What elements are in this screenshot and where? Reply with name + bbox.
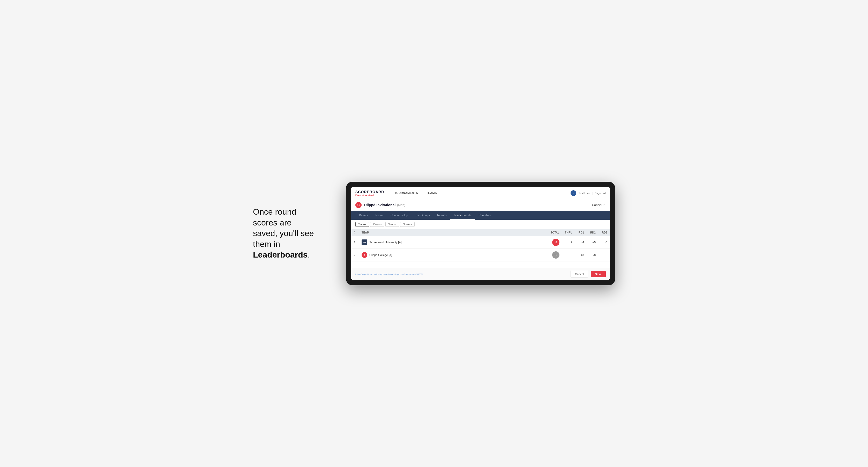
nav-teams[interactable]: TEAMS — [422, 187, 441, 199]
tab-details[interactable]: Details — [355, 211, 371, 220]
logo-powered: Powered by clippd — [355, 194, 384, 196]
filter-teams[interactable]: Teams — [355, 222, 369, 227]
tournament-title: Clippd Invitational — [364, 203, 396, 207]
sub-nav: Details Teams Course Setup Tee Groups Re… — [351, 211, 610, 220]
rank-1: 1 — [351, 236, 359, 249]
close-icon[interactable]: ✕ — [603, 203, 606, 207]
tablet-screen: SCOREBOARD Powered by clippd TOURNAMENTS… — [351, 187, 610, 280]
table-row: 2 C Clippd College [A] +3 F — [351, 249, 610, 261]
score-badge-1: -5 — [552, 239, 559, 246]
content-area: # TEAM TOTAL THRU RD1 RD2 RD3 1 — [351, 229, 610, 268]
score-badge-2: +3 — [552, 251, 559, 258]
col-total: TOTAL — [544, 229, 562, 236]
filter-players[interactable]: Players — [370, 222, 384, 227]
leaderboard-table: # TEAM TOTAL THRU RD1 RD2 RD3 1 — [351, 229, 610, 261]
table-row: 1 SU Scoreboard University [A] -5 F — [351, 236, 610, 249]
top-nav: SCOREBOARD Powered by clippd TOURNAMENTS… — [351, 187, 610, 199]
nav-tournaments[interactable]: TOURNAMENTS — [390, 187, 422, 199]
rd1-cell-2: +8 — [575, 249, 587, 261]
table-header-row: # TEAM TOTAL THRU RD1 RD2 RD3 — [351, 229, 610, 236]
team-cell-2: C Clippd College [A] — [359, 249, 544, 261]
rd3-cell-1: -6 — [598, 236, 610, 249]
user-avatar: S — [570, 190, 576, 196]
user-name: Test User — [578, 192, 590, 195]
save-button[interactable]: Save — [591, 271, 606, 277]
team-cell-1: SU Scoreboard University [A] — [359, 236, 544, 249]
filter-strokes[interactable]: Strokes — [400, 222, 414, 227]
filter-scores[interactable]: Scores — [385, 222, 399, 227]
left-line5-end: . — [308, 250, 310, 259]
tournament-cancel[interactable]: Cancel ✕ — [592, 203, 606, 207]
team-name-2: Clippd College [A] — [369, 253, 392, 256]
rd2-cell-2: -8 — [587, 249, 598, 261]
tournament-header: C Clippd Invitational (Men) Cancel ✕ — [351, 199, 610, 211]
tab-leaderboards[interactable]: Leaderboards — [450, 211, 475, 220]
rd2-cell-1: +5 — [587, 236, 598, 249]
tablet-device: SCOREBOARD Powered by clippd TOURNAMENTS… — [346, 182, 615, 285]
thru-cell-1: F — [562, 236, 575, 249]
rd1-cell-1: -4 — [575, 236, 587, 249]
footer-url: https://stage-blue-coach.stagescoreboard… — [355, 273, 424, 275]
logo-area: SCOREBOARD Powered by clippd — [355, 190, 384, 196]
thru-cell-2: F — [562, 249, 575, 261]
team-logo-2: C — [362, 252, 367, 258]
logo-text: SCOREBOARD — [355, 190, 384, 194]
col-team: TEAM — [359, 229, 544, 236]
tab-teams[interactable]: Teams — [371, 211, 387, 220]
page-wrapper: Once round scores are saved, you'll see … — [253, 182, 615, 285]
tab-printables[interactable]: Printables — [475, 211, 495, 220]
left-line3: saved, you'll see — [253, 228, 314, 238]
col-rd3: RD3 — [598, 229, 610, 236]
nav-right: S Test User | Sign out — [570, 190, 606, 196]
tab-course-setup[interactable]: Course Setup — [387, 211, 411, 220]
filter-bar: Teams Players Scores Strokes — [351, 220, 610, 229]
tab-tee-groups[interactable]: Tee Groups — [411, 211, 433, 220]
col-rd2: RD2 — [587, 229, 598, 236]
total-cell-2: +3 — [544, 249, 562, 261]
team-name-1: Scoreboard University [A] — [369, 241, 402, 244]
nav-links: TOURNAMENTS TEAMS — [390, 187, 570, 199]
left-line2: scores are — [253, 218, 291, 227]
left-line1: Once round — [253, 207, 296, 216]
total-cell-1: -5 — [544, 236, 562, 249]
left-text: Once round scores are saved, you'll see … — [253, 207, 326, 260]
footer-bar: https://stage-blue-coach.stagescoreboard… — [351, 268, 610, 280]
col-rank: # — [351, 229, 359, 236]
cancel-button[interactable]: Cancel — [570, 271, 588, 277]
left-line4: them in — [253, 240, 280, 249]
rd3-cell-2: +3 — [598, 249, 610, 261]
team-logo-1: SU — [362, 240, 367, 245]
rank-2: 2 — [351, 249, 359, 261]
nav-separator: | — [593, 192, 593, 195]
left-line5-bold: Leaderboards — [253, 250, 308, 259]
tab-results[interactable]: Results — [433, 211, 450, 220]
sign-out-link[interactable]: Sign out — [595, 192, 606, 195]
col-thru: THRU — [562, 229, 575, 236]
tournament-logo: C — [355, 202, 362, 208]
col-rd1: RD1 — [575, 229, 587, 236]
tournament-subtitle: (Men) — [397, 203, 405, 207]
